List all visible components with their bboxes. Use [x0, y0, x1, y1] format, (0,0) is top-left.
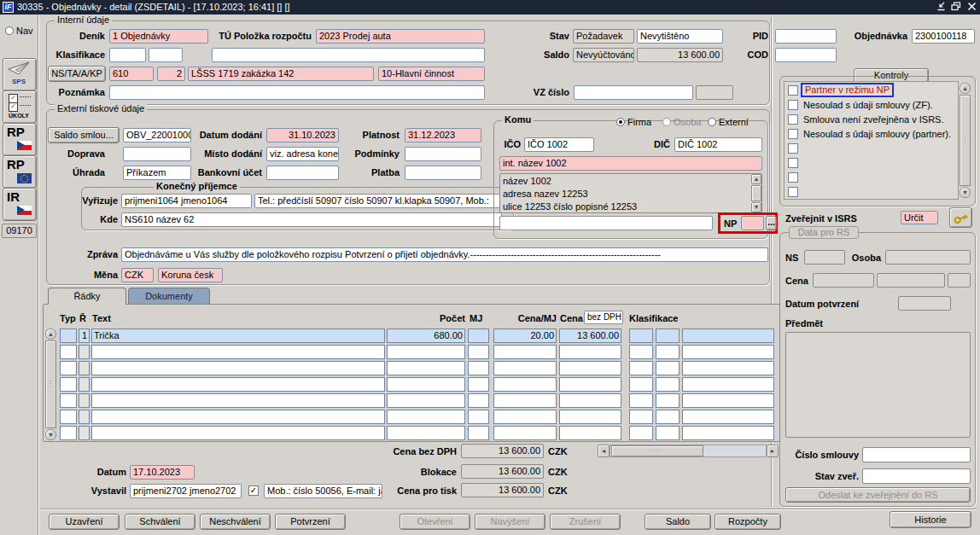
cell-text[interactable] — [91, 345, 385, 359]
saldo-button[interactable]: Saldo — [645, 514, 711, 530]
cell-typ[interactable] — [60, 345, 77, 359]
dic-field[interactable]: DIČ 1002 — [674, 137, 762, 152]
adresa-box[interactable]: název 1002 adresa nazev 12253 ulice 1225… — [499, 173, 762, 213]
cell-klasifikace-2[interactable] — [656, 410, 680, 424]
cell-pocet[interactable] — [387, 361, 465, 375]
close-icon[interactable] — [965, 2, 978, 13]
historie-button[interactable]: Historie — [890, 511, 971, 528]
kde-field[interactable]: NS610 název 62 — [121, 212, 502, 227]
cell-cena[interactable] — [559, 345, 621, 359]
externi-radio[interactable] — [708, 118, 716, 126]
uzavreni-button[interactable]: Uzavření — [49, 514, 120, 530]
cell-klasifikace-3[interactable] — [682, 377, 774, 392]
cell-cena-mj[interactable] — [493, 410, 557, 424]
cell-cena[interactable]: 13 600.00 — [559, 329, 621, 343]
denik-field[interactable]: 1 Objednávky — [109, 29, 208, 44]
cell-klasifikace-3[interactable] — [682, 345, 774, 359]
cell-mj[interactable] — [468, 393, 489, 408]
cell-mj[interactable] — [468, 361, 489, 375]
cell-pocet[interactable] — [387, 410, 465, 424]
cell-klasifikace-1[interactable] — [629, 329, 653, 343]
stav-zver-field[interactable] — [862, 468, 971, 484]
cell-r[interactable]: 1 — [79, 329, 90, 343]
cell-r[interactable] — [79, 426, 90, 440]
kontroly-checkbox[interactable] — [788, 187, 798, 197]
ir-button[interactable]: IR — [3, 188, 37, 221]
cell-pocet[interactable] — [387, 426, 465, 440]
cell-r[interactable] — [79, 345, 90, 359]
cell-text[interactable]: Trička — [91, 329, 385, 343]
ta-field[interactable]: 2 — [157, 67, 185, 81]
cell-r[interactable] — [79, 377, 90, 392]
kontakt-field[interactable]: Mob.: číslo 50056, E-mail: jana.danl — [264, 484, 382, 498]
platnost-field[interactable]: 31.12.2023 — [405, 128, 481, 142]
kontroly-checkbox[interactable] — [788, 100, 798, 110]
kontroly-checkbox[interactable] — [788, 114, 798, 125]
cell-text[interactable] — [91, 426, 385, 440]
tab-radky[interactable]: Řádky — [48, 288, 126, 305]
cell-klasifikace-3[interactable] — [682, 329, 774, 343]
vz-cislo-field[interactable] — [574, 85, 693, 100]
doprava-field[interactable] — [123, 147, 191, 161]
cell-mj[interactable] — [468, 377, 489, 392]
cell-klasifikace-1[interactable] — [629, 361, 653, 375]
cell-cena-mj[interactable]: 20.00 — [493, 329, 557, 343]
cell-klasifikace-2[interactable] — [656, 329, 680, 343]
cell-cena-mj[interactable] — [493, 393, 557, 408]
cell-pocet[interactable]: 680.00 — [387, 329, 465, 343]
datum-dodani-field[interactable]: 31.10.2023 — [266, 128, 339, 142]
cell-text[interactable] — [91, 361, 385, 375]
cell-klasifikace-1[interactable] — [629, 410, 653, 424]
firma-radio[interactable] — [616, 118, 625, 126]
potvrzeni-button[interactable]: Potvrzení — [275, 514, 346, 530]
nav-radio[interactable] — [5, 26, 14, 35]
hscroll-thumb[interactable]: ··· — [611, 445, 703, 456]
saldo-smlouvy-button[interactable]: Saldo smlou... — [48, 127, 120, 143]
cell-klasifikace-3[interactable] — [682, 361, 774, 375]
restore-icon[interactable] — [949, 2, 963, 13]
cell-typ[interactable] — [60, 329, 77, 343]
cell-pocet[interactable] — [387, 393, 465, 408]
neschvaleni-button[interactable]: Neschválení — [200, 514, 271, 530]
cell-cena[interactable] — [559, 361, 621, 375]
kontroly-scroll-thumb[interactable]: ⋮ — [960, 95, 971, 186]
cell-mj[interactable] — [468, 329, 489, 343]
cell-klasifikace-2[interactable] — [656, 361, 680, 375]
poznamka-field[interactable] — [109, 85, 485, 100]
klasifikace-field-1[interactable] — [109, 48, 146, 62]
klasifikace-field-3[interactable] — [212, 48, 485, 62]
vystavil-field[interactable]: prijmeni2702 jmeno2702 — [130, 484, 242, 498]
cell-klasifikace-3[interactable] — [682, 426, 774, 440]
hscroll-left-icon[interactable]: ◄ — [598, 445, 610, 457]
schvaleni-button[interactable]: Schválení — [125, 514, 195, 530]
adresa-scroll-thumb[interactable]: ⋰ — [751, 185, 761, 201]
np-field[interactable] — [741, 216, 764, 230]
cell-cena-mj[interactable] — [493, 377, 557, 392]
vat-mode-select[interactable]: bez DPH — [584, 311, 623, 324]
mena-kod-field[interactable]: CZK — [121, 268, 154, 282]
cell-cena[interactable] — [559, 377, 621, 392]
rp-cz-button[interactable]: RP — [3, 123, 37, 156]
kontroly-scroll-up-icon[interactable]: ▲ — [960, 83, 971, 94]
podminky-field[interactable] — [405, 147, 481, 161]
cell-text[interactable] — [91, 410, 385, 424]
cell-cena-mj[interactable] — [493, 361, 557, 375]
cell-klasifikace-1[interactable] — [629, 426, 653, 440]
cell-klasifikace-2[interactable] — [656, 426, 680, 440]
cell-klasifikace-3[interactable] — [682, 393, 774, 408]
datum-field[interactable]: 17.10.2023 — [130, 465, 195, 480]
kontroly-checkbox[interactable] — [788, 129, 798, 139]
tab-dokumenty[interactable]: Dokumenty — [128, 288, 210, 305]
tu-polozka-field[interactable]: 2023 Prodej auta — [316, 29, 485, 44]
ico-field[interactable]: IČO 1002 — [524, 137, 594, 152]
kontakt-checkbox[interactable]: ✓ — [248, 486, 259, 496]
cell-cena-mj[interactable] — [493, 345, 557, 359]
misto-dodani-field[interactable]: viz. adresa koneč — [266, 147, 339, 161]
cell-klasifikace-1[interactable] — [629, 393, 653, 408]
hscroll-right-icon[interactable]: ► — [767, 445, 779, 457]
cell-typ[interactable] — [60, 377, 77, 392]
cislo-smlouvy-field[interactable] — [862, 447, 971, 462]
cell-klasifikace-3[interactable] — [682, 410, 774, 424]
cell-r[interactable] — [79, 410, 90, 424]
cell-mj[interactable] — [468, 345, 489, 359]
